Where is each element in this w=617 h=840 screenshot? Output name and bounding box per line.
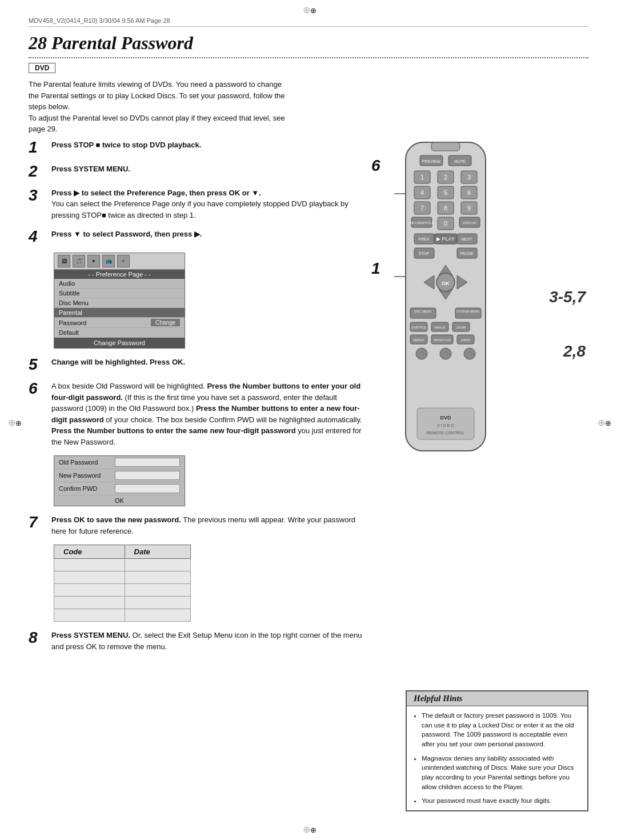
svg-text:0: 0 [444,220,447,227]
svg-text:2: 2 [444,174,447,181]
remote-svg: DVD V I D E O REMOTE CONTROL PREVIEW MUT… [388,139,503,459]
step-content-3: Press ▶ to select the Preference Page, t… [51,187,366,221]
pref-row-audio: Audio [54,279,185,289]
step-7: 7 Press OK to save the new password. The… [29,514,366,537]
step-number-7: 7 [29,514,45,537]
page-title: 28 Parental Password [29,33,588,54]
dvd-badge: DVD [29,63,55,73]
code-date-area: Code Date [54,545,366,622]
step-content-5: Change will be highlighted. Press OK. [51,357,366,373]
crosshair-top: ⊕ [303,5,314,16]
pref-row-subtitle: Subtitle [54,289,185,298]
svg-rect-1 [431,142,460,151]
left-content: 1 Press STOP ■ twice to stop DVD playbac… [29,139,366,661]
main-layout: 1 Press STOP ■ twice to stop DVD playbac… [29,139,588,661]
password-entry-area: Old Password New Password Confirm PWD OK [54,455,366,506]
table-row [54,571,191,584]
date-col-header: Date [125,545,190,559]
pref-row-password: Password Change [54,318,185,328]
svg-text:7: 7 [420,205,424,211]
step-number-1: 1 [29,139,45,155]
step-8: 8 Press SYSTEM MENU. Or, select the Exit… [29,630,366,652]
svg-text:8: 8 [444,205,447,211]
code-table: Code Date [54,545,191,622]
svg-text:V I D E O: V I D E O [437,423,454,427]
step-1: 1 Press STOP ■ twice to stop DVD playbac… [29,139,366,155]
svg-text:PAUSE: PAUSE [460,251,474,255]
hints-list: The default or factory preset password i… [414,711,580,806]
table-row [54,559,191,571]
svg-text:PREVIEW: PREVIEW [422,159,441,163]
step-content-7: Press OK to save the new password. The p… [51,514,366,537]
svg-text:RETURN/TITLE: RETURN/TITLE [409,221,434,225]
pref-icon-3: ✦ [87,255,100,267]
svg-text:NEXT: NEXT [462,237,472,241]
pwd-row-confirm: Confirm PWD [54,482,185,495]
svg-text:1: 1 [420,174,424,181]
step-number-5: 5 [29,357,45,373]
pref-icon-1: 🖼 [58,255,70,267]
step-content-2: Press SYSTEM MENU. [51,163,366,179]
svg-text:5: 5 [444,189,447,196]
step-4: 4 Press ▼ to select Password, then press… [29,229,366,245]
pwd-field-new [115,471,180,480]
step-3: 3 Press ▶ to select the Preference Page,… [29,187,366,221]
crosshair-left: ⊕ [8,417,19,429]
step-number-3: 3 [29,187,45,221]
pref-icons-bar: 🖼 🎵 ✦ 📺 + [54,253,185,270]
header-text: MDV458_V2(0414_R10) 3/30/04 9:56 AM Page… [29,17,170,24]
step-number-6: 6 [29,381,45,447]
hints-item-2: Magnavox denies any liability associated… [422,754,580,792]
pref-page-box: 🖼 🎵 ✦ 📺 + - - Preference Page - - Audio … [54,253,185,349]
step-5: 5 Change will be highlighted. Press OK. [29,357,366,373]
hints-title: Helpful Hints [407,691,587,706]
pwd-box: Old Password New Password Confirm PWD OK [54,455,185,506]
svg-text:3: 3 [467,174,471,181]
code-col-header: Code [54,545,125,559]
svg-text:DISC MENU: DISC MENU [414,310,432,313]
step-2: 2 Press SYSTEM MENU. [29,163,366,179]
svg-text:REPEAT: REPEAT [413,338,424,342]
step-content-8: Press SYSTEM MENU. Or, select the Exit S… [51,630,366,652]
svg-text:4: 4 [420,189,424,196]
pref-icon-5: + [117,255,130,267]
dotted-rule [29,57,588,58]
svg-text:9: 9 [467,205,471,211]
remote-label-357: 3-5,7 [549,288,586,306]
svg-text:AUDIO: AUDIO [461,338,470,342]
pref-row-discmenu: Disc Menu [54,298,185,308]
table-row [54,609,191,622]
step-content-4: Press ▼ to select Password, then press ▶… [51,229,366,245]
crosshair-right: ⊕ [598,417,609,429]
svg-text:DVD: DVD [440,415,451,421]
svg-text:STOP: STOP [419,251,430,255]
svg-text:6: 6 [467,189,471,196]
svg-point-68 [464,348,475,359]
step-number-4: 4 [29,229,45,245]
crosshair-bottom: ⊕ [303,824,314,835]
svg-text:PREV: PREV [418,237,429,241]
pref-page-title: - - Preference Page - - [54,270,185,279]
step-number-2: 2 [29,163,45,179]
step-number-8: 8 [29,630,45,652]
pref-change-btn: Change [151,319,180,326]
pref-rows: Audio Subtitle Disc Menu Parental Passwo… [54,279,185,338]
pwd-row-new: New Password [54,469,185,482]
svg-text:MUTE: MUTE [454,159,466,163]
step-content-1: Press STOP ■ twice to stop DVD playback. [51,139,366,155]
page-container: ⊕ ⊕ ⊕ ⊕ MDV458_V2(0414_R10) 3/30/04 9:56… [0,0,617,840]
step-content-6: A box beside Old Password will be highli… [51,381,366,447]
pwd-row-old: Old Password [54,456,185,469]
svg-point-66 [416,348,427,359]
remote-label-6: 6 [371,157,380,175]
svg-point-67 [440,348,451,359]
pwd-field-confirm [115,484,180,493]
svg-text:DISPLAY: DISPLAY [463,221,477,225]
right-remote: 6 1 3-5,7 2,8 DVD V I D E O REMOTE CONTR… [366,139,588,661]
step-6: 6 A box beside Old Password will be high… [29,381,366,447]
svg-text:REMOTE CONTROL: REMOTE CONTROL [427,431,464,435]
hints-item-1: The default or factory preset password i… [422,711,580,749]
pref-page-footer: Change Password [54,338,185,348]
remote-label-28: 2,8 [563,342,586,361]
helpful-hints-box: Helpful Hints The default or factory pre… [406,690,588,811]
